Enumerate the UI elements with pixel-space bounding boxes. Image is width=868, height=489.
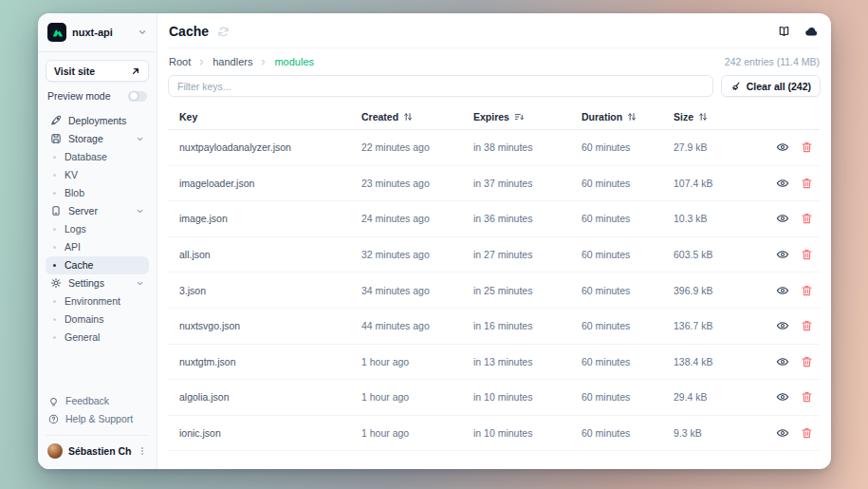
column-header-duration[interactable]: Duration xyxy=(570,111,662,122)
delete-entry-button[interactable] xyxy=(802,391,812,403)
sidebar-item-settings[interactable]: Settings xyxy=(46,274,149,292)
user-name: Sébastien Cho... xyxy=(68,445,132,457)
row-actions xyxy=(748,249,821,260)
sidebar-item-cache[interactable]: Cache xyxy=(46,256,149,274)
clear-all-button[interactable]: Clear all (242) xyxy=(721,75,821,97)
sidebar-item-domains[interactable]: Domains xyxy=(46,310,149,329)
help-circle-icon xyxy=(48,414,59,424)
delete-entry-button[interactable] xyxy=(802,249,812,260)
view-entry-button[interactable] xyxy=(776,427,789,439)
view-entry-button[interactable] xyxy=(776,285,789,296)
sidebar-item-label: Domains xyxy=(65,313,103,325)
size-cell: 138.4 kB xyxy=(662,356,748,367)
breadcrumb: Root handlers modules 242 entries (11.4 … xyxy=(168,48,821,74)
delete-entry-button[interactable] xyxy=(802,285,812,296)
column-header-size[interactable]: Size xyxy=(662,111,748,122)
breadcrumb-item-root[interactable]: Root xyxy=(169,56,191,67)
delete-entry-button[interactable] xyxy=(802,178,812,189)
view-entry-button[interactable] xyxy=(776,178,789,189)
delete-entry-button[interactable] xyxy=(802,213,812,224)
eye-icon xyxy=(776,178,789,189)
view-entry-button[interactable] xyxy=(776,320,789,331)
sidebar-item-label: Database xyxy=(65,151,107,162)
cache-key-cell: nuxtpayloadanalyzer.json xyxy=(168,141,350,153)
entries-summary: 242 entries (11.4 MB) xyxy=(725,56,820,67)
refresh-icon[interactable] xyxy=(217,26,230,38)
sidebar-item-environment[interactable]: Environment xyxy=(46,292,149,310)
sidebar-item-label: Settings xyxy=(68,277,104,289)
table-row: 3.json 34 minutes ago in 25 minutes 60 m… xyxy=(168,273,821,309)
cache-key-cell: imageloader.json xyxy=(168,178,350,189)
page-title: Cache xyxy=(169,24,209,39)
visit-site-button[interactable]: Visit site xyxy=(46,60,149,82)
duration-cell: 60 minutes xyxy=(570,356,662,367)
duration-cell: 60 minutes xyxy=(570,213,662,224)
kebab-menu-icon[interactable] xyxy=(138,446,147,456)
bullet-icon xyxy=(53,156,56,159)
delete-entry-button[interactable] xyxy=(802,427,812,439)
created-cell: 24 minutes ago xyxy=(350,213,462,224)
view-entry-button[interactable] xyxy=(776,249,789,260)
row-actions xyxy=(748,356,821,367)
feedback-item[interactable]: Feedback xyxy=(46,392,149,409)
view-entry-button[interactable] xyxy=(776,356,789,367)
bullet-icon xyxy=(53,174,56,177)
preview-mode-label: Preview mode xyxy=(47,90,111,102)
help-support-item[interactable]: Help & Support xyxy=(46,410,149,427)
duration-cell: 60 minutes xyxy=(570,178,662,189)
delete-entry-button[interactable] xyxy=(802,141,812,153)
sidebar-item-deployments[interactable]: Deployments xyxy=(46,112,149,130)
created-cell: 1 hour ago xyxy=(350,427,462,439)
expires-cell: in 27 minutes xyxy=(462,249,570,260)
table-row: nuxtsvgo.json 44 minutes ago in 16 minut… xyxy=(168,309,821,345)
cache-key-cell: 3.json xyxy=(168,285,350,296)
row-actions xyxy=(748,320,821,331)
sidebar-item-blob[interactable]: Blob xyxy=(46,184,149,202)
view-entry-button[interactable] xyxy=(776,391,789,403)
trash-icon xyxy=(802,249,812,260)
bullet-icon xyxy=(53,192,56,195)
sidebar-item-logs[interactable]: Logs xyxy=(46,220,149,238)
lightbulb-icon xyxy=(48,396,59,406)
sidebar-item-label: KV xyxy=(65,169,78,180)
filter-keys-input[interactable] xyxy=(168,75,713,97)
column-header-expires[interactable]: Expires xyxy=(462,111,570,122)
expires-cell: in 10 minutes xyxy=(462,427,570,439)
size-cell: 603.5 kB xyxy=(662,249,748,260)
sidebar-item-kv[interactable]: KV xyxy=(46,166,149,184)
sidebar-item-database[interactable]: Database xyxy=(46,148,149,166)
size-cell: 9.3 kB xyxy=(662,427,748,439)
nuxthub-logo-icon xyxy=(47,23,66,42)
breadcrumb-item-modules[interactable]: modules xyxy=(274,56,314,67)
cache-key-cell: nuxtgtm.json xyxy=(168,356,350,367)
chevron-down-icon xyxy=(136,135,144,143)
view-entry-button[interactable] xyxy=(776,213,789,224)
cloud-icon[interactable] xyxy=(804,26,820,37)
bullet-icon xyxy=(53,318,56,321)
sidebar-item-label: Environment xyxy=(65,295,120,307)
server-icon xyxy=(50,205,62,216)
sidebar-item-general[interactable]: General xyxy=(46,329,149,347)
chevron-down-icon xyxy=(138,28,147,37)
duration-cell: 60 minutes xyxy=(570,141,662,153)
sidebar-item-server[interactable]: Server xyxy=(46,202,149,220)
sort-active-icon xyxy=(514,112,525,122)
column-header-created[interactable]: Created xyxy=(350,111,462,122)
project-selector[interactable]: nuxt-api xyxy=(38,13,157,52)
table-row: nuxtgtm.json 1 hour ago in 13 minutes 60… xyxy=(168,345,821,381)
rocket-icon xyxy=(50,115,62,126)
delete-entry-button[interactable] xyxy=(802,320,812,331)
sidebar-item-storage[interactable]: Storage xyxy=(46,130,149,148)
book-icon[interactable] xyxy=(777,25,791,38)
view-entry-button[interactable] xyxy=(776,141,789,153)
trash-icon xyxy=(802,391,812,403)
breadcrumb-item-handlers[interactable]: handlers xyxy=(212,56,252,67)
sidebar-item-api[interactable]: API xyxy=(46,238,149,256)
app-window: nuxt-api Visit site Preview mode xyxy=(38,13,831,469)
delete-entry-button[interactable] xyxy=(802,356,812,367)
expires-cell: in 10 minutes xyxy=(462,391,570,403)
user-menu[interactable]: Sébastien Cho... xyxy=(46,435,149,461)
gear-icon xyxy=(50,277,62,289)
expires-cell: in 37 minutes xyxy=(462,178,570,189)
preview-mode-toggle[interactable] xyxy=(128,91,147,102)
